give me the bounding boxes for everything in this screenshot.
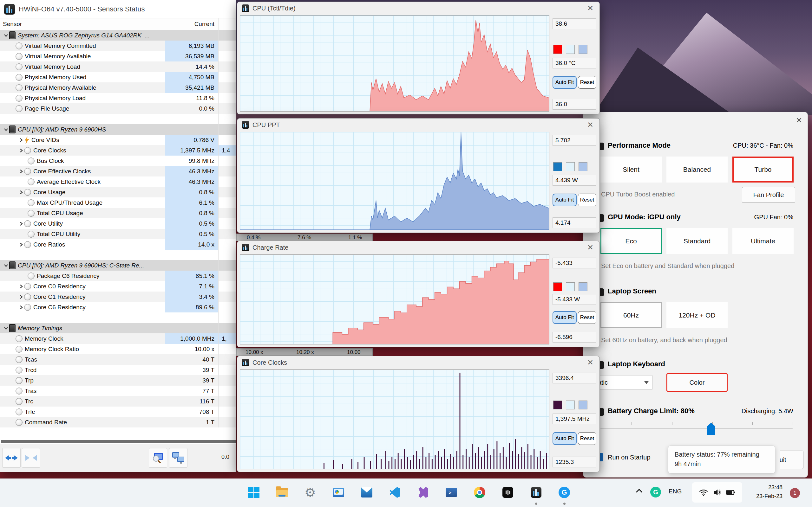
sensor-row[interactable]: Total CPU Utility0.5 % bbox=[0, 229, 236, 239]
tray-clock[interactable]: 23:48 23-Feb-23 bbox=[747, 483, 782, 501]
chevron-right-icon[interactable] bbox=[19, 169, 23, 174]
graph-min-value[interactable]: 36.0 bbox=[553, 99, 596, 110]
perf-mode-balanced-button[interactable]: Balanced bbox=[666, 157, 728, 182]
sensor-row[interactable]: Virtual Memory Committed6,193 MB bbox=[0, 41, 236, 51]
graph-close-icon[interactable]: ✕ bbox=[586, 120, 595, 129]
fan-profile-button[interactable]: Fan Profile bbox=[742, 187, 795, 203]
sensor-row[interactable]: Bus Clock99.8 MHz bbox=[0, 156, 236, 166]
chevron-right-icon[interactable] bbox=[19, 190, 23, 195]
reset-button[interactable]: Reset bbox=[578, 311, 596, 324]
sensor-table-header[interactable]: Sensor Current bbox=[0, 18, 236, 30]
sensor-row[interactable]: Package C6 Residency85.1 % bbox=[0, 271, 236, 281]
graph-titlebar[interactable]: CPU PPT ✕ bbox=[237, 118, 600, 131]
taskbar-vscode[interactable] bbox=[386, 483, 404, 502]
chevron-right-icon[interactable] bbox=[19, 137, 23, 143]
sensor-row[interactable]: Trfc708 T bbox=[0, 406, 236, 417]
screen-120hz-button[interactable]: 120Hz + OD bbox=[666, 302, 728, 328]
reset-button[interactable]: Reset bbox=[578, 193, 596, 206]
sensor-row[interactable]: Virtual Memory Load14.4 % bbox=[0, 61, 236, 72]
perf-mode-turbo-button[interactable]: Turbo bbox=[732, 157, 794, 182]
taskbar-file-explorer[interactable] bbox=[272, 483, 292, 502]
remote-monitor-button[interactable] bbox=[169, 448, 188, 468]
tray-overflow-chevron[interactable] bbox=[635, 488, 643, 495]
chevron-right-icon[interactable] bbox=[19, 242, 23, 247]
series-color-swatch[interactable] bbox=[553, 45, 562, 54]
sensor-section-row[interactable]: CPU [#0]: AMD Ryzen 9 6900HS bbox=[0, 124, 236, 135]
sensor-row[interactable]: Core C6 Residency89.6 % bbox=[0, 302, 236, 313]
graph-max-value[interactable]: -5.433 bbox=[553, 258, 596, 268]
battery-limit-slider-track[interactable] bbox=[600, 428, 793, 429]
chevron-right-icon[interactable] bbox=[19, 148, 23, 153]
gpu-mode-standard-button[interactable]: Standard bbox=[666, 228, 728, 254]
autofit-button[interactable]: Auto Fit bbox=[553, 311, 577, 324]
start-button[interactable] bbox=[244, 483, 263, 502]
ghelper-close-button[interactable]: ✕ bbox=[793, 116, 805, 125]
sensor-row[interactable]: Physical Memory Available35,421 MB bbox=[0, 82, 236, 93]
tray-quick-settings[interactable] bbox=[692, 482, 742, 503]
chevron-right-icon[interactable] bbox=[19, 294, 23, 299]
graph-max-value[interactable]: 3396.4 bbox=[553, 373, 596, 383]
graph-close-icon[interactable]: ✕ bbox=[586, 243, 595, 252]
graph-max-value[interactable]: 38.6 bbox=[553, 18, 596, 29]
sensor-row[interactable]: Trcd39 T bbox=[0, 365, 236, 375]
graph-titlebar[interactable]: CPU (Tctl/Tdie) ✕ bbox=[237, 2, 600, 14]
chevron-down-icon[interactable] bbox=[3, 263, 9, 268]
sensor-row[interactable]: Physical Memory Used4,750 MB bbox=[0, 72, 236, 82]
grid-color-swatch[interactable] bbox=[578, 162, 588, 171]
graph-min-value[interactable]: 1235.3 bbox=[553, 457, 596, 467]
taskbar-powershell[interactable]: >_ bbox=[442, 483, 461, 502]
expand-columns-button[interactable] bbox=[2, 448, 20, 468]
autofit-button[interactable]: Auto Fit bbox=[553, 193, 577, 206]
sensor-section-row[interactable]: CPU [#0]: AMD Ryzen 9 6900HS: C-State Re… bbox=[0, 260, 236, 271]
taskbar-ghelper[interactable]: G bbox=[555, 483, 574, 502]
series-color-swatch[interactable] bbox=[553, 162, 562, 171]
perf-mode-silent-button[interactable]: Silent bbox=[600, 157, 662, 182]
sensor-row[interactable]: Physical Memory Load11.8 % bbox=[0, 93, 236, 103]
taskbar-visual-studio[interactable] bbox=[414, 483, 433, 502]
column-sensor[interactable]: Sensor bbox=[0, 18, 165, 30]
graph-close-icon[interactable]: ✕ bbox=[586, 358, 595, 367]
grid-color-swatch[interactable] bbox=[578, 282, 588, 291]
sensor-row[interactable]: Memory Clock1,000.0 MHz1, bbox=[0, 333, 236, 344]
sensor-row[interactable]: Core VIDs0.786 V bbox=[0, 135, 236, 145]
autofit-button[interactable]: Auto Fit bbox=[553, 76, 577, 89]
sensor-row[interactable]: Core Clocks1,397.5 MHz1,4 bbox=[0, 145, 236, 156]
series-color-swatch[interactable] bbox=[553, 282, 562, 291]
taskbar-chrome[interactable] bbox=[470, 483, 489, 502]
background-color-swatch[interactable] bbox=[566, 45, 575, 54]
sensor-row[interactable]: Core Utility0.5 % bbox=[0, 218, 236, 229]
graph-titlebar[interactable]: Core Clocks ✕ bbox=[237, 356, 600, 369]
graph-max-value[interactable]: 5.702 bbox=[553, 135, 596, 146]
sensor-row[interactable]: Core C1 Residency3.4 % bbox=[0, 291, 236, 302]
chevron-down-icon[interactable] bbox=[3, 326, 9, 331]
language-indicator[interactable]: ENG bbox=[669, 488, 681, 495]
sensor-row[interactable]: Core C0 Residency7.1 % bbox=[0, 281, 236, 291]
chevron-right-icon[interactable] bbox=[19, 305, 23, 310]
reset-button[interactable]: Reset bbox=[578, 76, 596, 89]
chevron-down-icon[interactable] bbox=[3, 127, 9, 132]
sensor-row[interactable]: Page File Usage0.0 % bbox=[0, 103, 236, 114]
sensor-row[interactable]: Trp39 T bbox=[0, 375, 236, 386]
chevron-down-icon[interactable] bbox=[3, 33, 9, 38]
keyboard-color-button[interactable]: Color bbox=[666, 373, 728, 392]
grid-color-swatch[interactable] bbox=[578, 45, 588, 54]
taskbar-settings[interactable]: ⚙ bbox=[301, 483, 320, 502]
series-color-swatch[interactable] bbox=[553, 400, 562, 409]
autofit-button[interactable]: Auto Fit bbox=[553, 432, 577, 445]
sensor-section-row[interactable]: System: ASUS ROG Zephyrus G14 GA402RK_..… bbox=[0, 30, 236, 41]
gpu-mode-eco-button[interactable]: Eco bbox=[600, 228, 662, 254]
reset-button[interactable]: Reset bbox=[578, 432, 596, 445]
system-summary-button[interactable] bbox=[149, 448, 167, 468]
taskbar-mail[interactable] bbox=[357, 483, 376, 502]
graph-close-icon[interactable]: ✕ bbox=[586, 4, 595, 13]
battery-limit-slider-handle[interactable] bbox=[707, 423, 715, 435]
graph-min-value[interactable]: 4.174 bbox=[553, 217, 596, 228]
graph-min-value[interactable]: -6.596 bbox=[553, 332, 596, 343]
sensor-row[interactable]: Average Effective Clock46.3 MHz bbox=[0, 176, 236, 187]
taskbar-system-monitor[interactable] bbox=[329, 483, 348, 502]
sensor-row[interactable]: Total CPU Usage0.8 % bbox=[0, 208, 236, 218]
sensor-row[interactable]: Tcas40 T bbox=[0, 354, 236, 365]
chevron-right-icon[interactable] bbox=[19, 221, 23, 226]
grid-color-swatch[interactable] bbox=[578, 400, 588, 409]
quit-button[interactable]: Quit bbox=[780, 451, 803, 469]
